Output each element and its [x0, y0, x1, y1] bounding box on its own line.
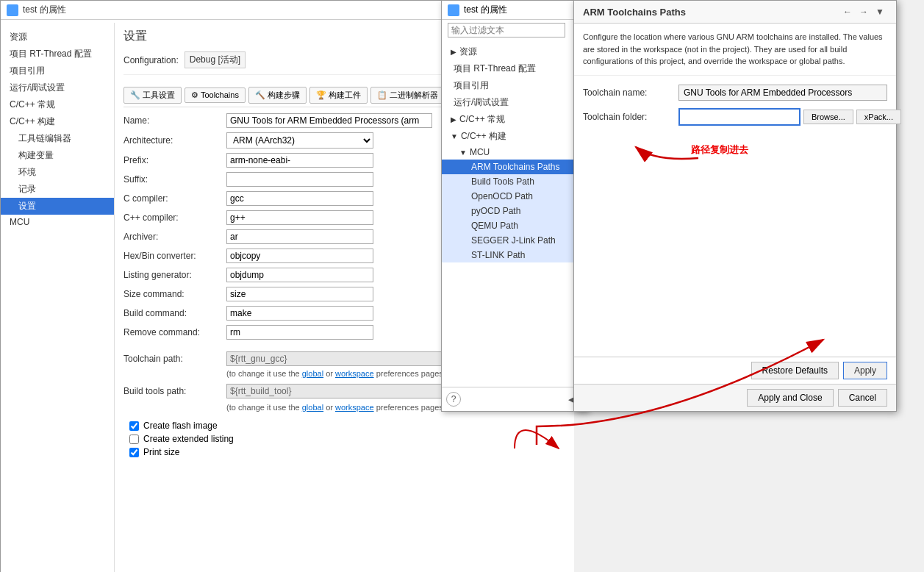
hex-label: Hex/Bin converter:: [123, 251, 226, 261]
sidebar-item-build-vars[interactable]: 构建变量: [1, 147, 114, 164]
create-flash-checkbox[interactable]: [129, 421, 139, 431]
print-size-row: Print size: [129, 447, 565, 457]
cpp-compiler-input[interactable]: [226, 210, 373, 225]
right-bottom-action-buttons: Apply and Close Cancel: [574, 384, 896, 411]
tree-arm-toolchains[interactable]: ARM Toolchains Paths: [442, 160, 587, 174]
create-extended-label: Create extended listing: [143, 434, 234, 444]
tree-rtthread[interactable]: 项目 RT-Thread 配置: [442, 60, 587, 77]
mid-filter-input[interactable]: [448, 23, 565, 37]
workspace-link[interactable]: workspace: [335, 369, 374, 378]
c-compiler-label: C compiler:: [123, 193, 226, 204]
listing-label: Listing generator:: [123, 270, 226, 280]
right-bottom-top-buttons: Restore Defaults Apply: [574, 357, 896, 384]
cpp-compiler-label: C++ compiler:: [123, 212, 226, 223]
workspace-link2[interactable]: workspace: [335, 403, 374, 412]
sidebar-item-cpp-general[interactable]: C/C++ 常规: [1, 96, 114, 113]
apply-close-button[interactable]: Apply and Close: [747, 389, 833, 407]
sidebar-item-mcu[interactable]: MCU: [1, 215, 114, 229]
archiver-label: Archiver:: [123, 232, 226, 242]
sidebar-item-rundebug[interactable]: 运行/调试设置: [1, 79, 114, 96]
right-title: ARM Toolchains Paths: [583, 7, 686, 18]
size-label: Size command:: [123, 289, 226, 299]
sidebar-item-rtthread[interactable]: 项目 RT-Thread 配置: [1, 46, 114, 62]
toolchain-folder-row: Toolchain folder: Browse... xPack...: [583, 108, 887, 126]
right-description: Configure the location where various GNU…: [574, 24, 896, 76]
sidebar-item-resources[interactable]: 资源: [1, 29, 114, 46]
binary-parser-tab[interactable]: 📋 二进制解析器: [370, 87, 445, 104]
nav-back[interactable]: ←: [840, 5, 855, 18]
cancel-button[interactable]: Cancel: [838, 389, 887, 407]
build-label: Build command:: [123, 308, 226, 318]
suffix-input[interactable]: [226, 172, 373, 187]
config-label: Configuration:: [123, 55, 179, 65]
right-panel: ARM Toolchains Paths ← → ▼ Configure the…: [573, 0, 897, 412]
sidebar-item-toolchain-editor[interactable]: 工具链编辑器: [1, 130, 114, 147]
xpack-button[interactable]: xPack...: [856, 110, 901, 124]
suffix-label: Suffix:: [123, 174, 226, 185]
tree-mcu[interactable]: ▼MCU: [442, 145, 587, 160]
sidebar-item-env[interactable]: 环境: [1, 164, 114, 181]
create-flash-row: Create flash image: [129, 421, 565, 431]
tree-cpp-build[interactable]: ▼C/C++ 构建: [442, 128, 587, 145]
hex-input[interactable]: [226, 249, 373, 263]
build-artifact-tab[interactable]: 🏆 构建工件: [309, 87, 368, 104]
print-size-checkbox[interactable]: [129, 448, 139, 457]
prefix-input[interactable]: [226, 153, 373, 168]
remove-label: Remove command:: [123, 327, 226, 337]
prefix-label: Prefix:: [123, 155, 226, 165]
left-panel: 资源 项目 RT-Thread 配置 项目引用 运行/调试设置 C/C++ 常规…: [1, 23, 115, 572]
build-steps-tab[interactable]: 🔨 构建步骤: [248, 87, 307, 104]
mid-window-icon: [448, 4, 459, 16]
tree-pyocd[interactable]: pyOCD Path: [442, 204, 587, 218]
bg-title: test 的属性: [23, 4, 66, 16]
toolchain-folder-label: Toolchain folder:: [583, 112, 678, 122]
tree-build-tools-path[interactable]: Build Tools Path: [442, 174, 587, 189]
nav-fwd[interactable]: →: [856, 5, 871, 18]
name-label: Name:: [123, 115, 226, 126]
mid-titlebar: test 的属性: [442, 1, 587, 20]
window-icon: [7, 4, 18, 16]
tree-cpp-general[interactable]: ▶C/C++ 常规: [442, 111, 587, 128]
create-extended-row: Create extended listing: [129, 434, 565, 444]
global-link[interactable]: global: [302, 369, 323, 378]
right-bottom: Restore Defaults Apply Apply and Close C…: [574, 357, 896, 411]
name-input[interactable]: [226, 113, 432, 128]
size-input[interactable]: [226, 287, 373, 301]
arch-select[interactable]: ARM (AArch32): [226, 132, 373, 149]
mid-bottom: ? ◀ ▶: [442, 387, 587, 411]
sidebar-item-settings[interactable]: 设置: [1, 198, 114, 215]
global-link2[interactable]: global: [302, 403, 323, 412]
restore-defaults-button[interactable]: Restore Defaults: [751, 362, 839, 379]
browse-button[interactable]: Browse...: [803, 110, 853, 124]
tree-qemu[interactable]: QEMU Path: [442, 218, 587, 233]
print-size-label: Print size: [143, 447, 179, 457]
build-input[interactable]: [226, 306, 373, 321]
tree-segger[interactable]: SEGGER J-Link Path: [442, 233, 587, 248]
archiver-input[interactable]: [226, 229, 373, 244]
tree-rundebug[interactable]: 运行/调试设置: [442, 94, 587, 111]
tree-openocd[interactable]: OpenOCD Path: [442, 189, 587, 204]
nav-down[interactable]: ▼: [873, 5, 887, 18]
mid-title: test 的属性: [464, 4, 507, 16]
listing-input[interactable]: [226, 268, 373, 282]
right-titlebar: ARM Toolchains Paths ← → ▼: [574, 1, 896, 24]
toolchain-name-value: GNU Tools for ARM Embedded Processors: [678, 85, 887, 101]
toolchain-path-label: Toolchain path:: [123, 354, 226, 364]
help-icon[interactable]: ?: [446, 392, 461, 407]
arch-label: Architecture:: [123, 135, 226, 146]
tree-references[interactable]: 项目引用: [442, 77, 587, 94]
sidebar-item-log[interactable]: 记录: [1, 181, 114, 198]
c-compiler-input[interactable]: [226, 191, 373, 206]
create-flash-label: Create flash image: [143, 421, 218, 431]
apply-button[interactable]: Apply: [843, 362, 887, 379]
tree-stlink[interactable]: ST-LINK Path: [442, 248, 587, 262]
remove-input[interactable]: [226, 325, 373, 340]
sidebar-item-cpp-build[interactable]: C/C++ 构建: [1, 113, 114, 130]
tool-settings-tab[interactable]: 🔧 工具设置: [123, 87, 182, 104]
sidebar-item-references[interactable]: 项目引用: [1, 62, 114, 79]
toolchains-tab[interactable]: ⚙ Toolchains: [185, 87, 246, 103]
tree-resources[interactable]: ▶资源: [442, 43, 587, 60]
toolchain-folder-input[interactable]: [678, 108, 801, 126]
mid-tree: ▶资源 项目 RT-Thread 配置 项目引用 运行/调试设置 ▶C/C++ …: [442, 40, 587, 265]
create-extended-checkbox[interactable]: [129, 435, 139, 444]
